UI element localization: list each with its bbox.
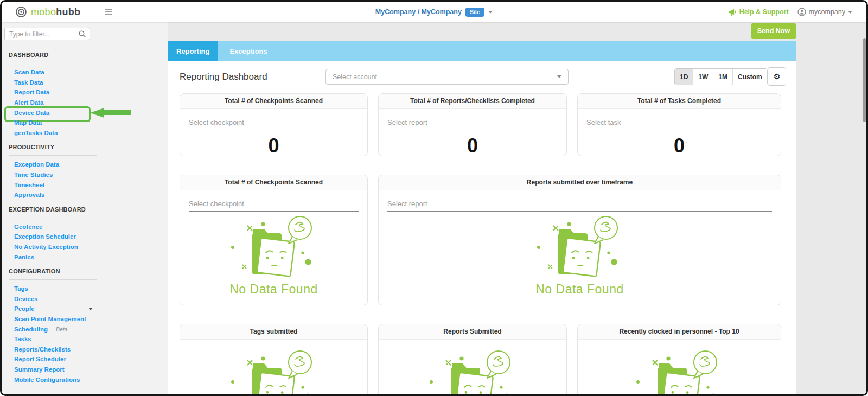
card-title: Total # of Checkpoints Scanned [180, 94, 367, 109]
report-select[interactable] [387, 199, 772, 212]
hamburger-menu-icon[interactable] [105, 9, 112, 15]
checkpoint-select[interactable] [189, 199, 359, 212]
sidebar-item-label: Scan Point Management [14, 316, 86, 322]
chevron-down-icon [488, 11, 493, 14]
checkpoint-select[interactable] [189, 117, 359, 130]
sidebar-item-tasks[interactable]: Tasks [2, 334, 168, 344]
no-data-folder-illustration [633, 348, 726, 394]
section-divider [9, 279, 97, 280]
beta-badge: Beta [56, 326, 68, 333]
sidebar-item-device-data[interactable]: Device Data [2, 107, 168, 118]
top-bar: mobohubb MyCompany / MyCompany Site Help… [2, 2, 866, 22]
sidebar-item-scan-data[interactable]: Scan Data [2, 67, 168, 78]
range-button-1d[interactable]: 1D [675, 69, 693, 85]
sidebar-item-task-data[interactable]: Task Data [2, 78, 168, 88]
chevron-down-icon[interactable] [88, 308, 93, 310]
sidebar-item-label: Summary Report [14, 366, 65, 373]
top-right-actions: Help & Support mycompany [729, 8, 866, 16]
sidebar-item-devices[interactable]: Devices [2, 294, 168, 304]
sidebar-item-map-data[interactable]: Map Data [2, 118, 168, 128]
main-area: Send Now Reporting Exceptions Reporting … [168, 22, 866, 394]
company-site-selector[interactable]: MyCompany / MyCompany Site [375, 8, 493, 17]
breadcrumb: MyCompany / MyCompany [375, 8, 462, 16]
tab-reporting[interactable]: Reporting [168, 41, 218, 61]
no-data-illustration [633, 348, 726, 394]
range-button-1m[interactable]: 1M [713, 69, 732, 85]
sidebar-item-timesheet[interactable]: Timesheet [2, 180, 168, 190]
sidebar-item-label: Task Data [14, 79, 43, 86]
card-title: Total # of Reports/Checklists Completed [379, 94, 566, 109]
sidebar-section-title: CONFIGURATION [2, 262, 168, 274]
sidebar-item-report-data[interactable]: Report Data [2, 87, 168, 98]
filter-input[interactable] [9, 30, 79, 38]
send-now-button[interactable]: Send Now [751, 23, 796, 39]
sidebar-item-exception-scheduler[interactable]: Exception Scheduler [2, 232, 168, 242]
sidebar-item-panics[interactable]: Panics [2, 252, 168, 262]
sidebar-item-no-activity-exception[interactable]: No Activity Exception [2, 242, 168, 252]
sidebar-item-mobile-configurations[interactable]: Mobile Configurations [2, 374, 168, 385]
sidebar-item-label: Mobile Configurations [14, 376, 80, 383]
account-name: mycompany [809, 8, 845, 16]
sidebar-item-geotasks-data[interactable]: geoTasks Data [2, 128, 168, 138]
mobohubb-logo[interactable]: mobohubb [2, 6, 80, 18]
range-button-1w[interactable]: 1W [693, 69, 713, 85]
mobohubb-logo-icon [15, 6, 27, 18]
search-icon [79, 30, 86, 37]
task-select[interactable] [586, 117, 772, 130]
no-data-folder-illustration [227, 348, 321, 394]
stat-value: 0 [180, 135, 367, 156]
chart-card-checkpoints: Total # of Checkpoints Scanned [180, 175, 368, 305]
sidebar-item-scheduling[interactable]: SchedulingBeta [2, 324, 168, 334]
scrollbar-thumb[interactable] [863, 38, 866, 122]
no-data-illustration [227, 214, 321, 282]
card-title: Tags submitted [180, 324, 367, 340]
account-select[interactable] [326, 69, 569, 85]
sidebar-item-label: Panics [14, 254, 34, 260]
tab-exceptions[interactable]: Exceptions [221, 41, 275, 61]
section-divider [9, 155, 97, 156]
settings-button[interactable]: ⚙ [768, 67, 786, 86]
scrollbar[interactable] [863, 22, 866, 394]
no-data-illustration [426, 348, 519, 394]
chevron-down-icon [557, 75, 561, 78]
tab-bar: Reporting Exceptions [168, 41, 796, 61]
arrow-tail [104, 110, 131, 115]
stat-value: 0 [379, 135, 566, 156]
sidebar-item-tags[interactable]: Tags [2, 284, 168, 294]
stat-card-tasks: Total # of Tasks Completed 0 [577, 93, 781, 156]
sidebar-item-people[interactable]: People [2, 304, 168, 314]
sidebar-item-label: Reports/Checklists [14, 346, 71, 353]
sidebar-item-approvals[interactable]: Approvals [2, 190, 168, 200]
account-menu[interactable]: mycompany [797, 8, 852, 16]
sidebar-item-scan-point-management[interactable]: Scan Point Management [2, 314, 168, 324]
help-support-link[interactable]: Help & Support [729, 8, 789, 16]
checkpoint-select-input[interactable] [189, 200, 359, 211]
report-select[interactable] [387, 117, 558, 130]
app-window: mobohubb MyCompany / MyCompany Site Help… [0, 0, 868, 396]
checkpoint-select-input[interactable] [189, 118, 359, 130]
reporting-panel: Reporting Dashboard 1D 1W 1M Custom ⚙ [168, 61, 796, 394]
sidebar-item-label: No Activity Exception [14, 244, 78, 250]
card-reports-submitted: Reports Submitted [378, 324, 567, 394]
sidebar-item-geofence[interactable]: Geofence [2, 222, 168, 232]
report-select-input[interactable] [387, 118, 558, 130]
sidebar-filter[interactable] [4, 28, 90, 40]
cards-area: Total # of Checkpoints Scanned 0 Total #… [168, 93, 796, 394]
account-select-input[interactable] [333, 73, 557, 81]
megaphone-icon [729, 9, 737, 16]
sidebar-item-reports-checklists[interactable]: Reports/Checklists [2, 344, 168, 354]
sidebar-item-label: Devices [14, 296, 37, 302]
card-title: Recently clocked in personnel - Top 10 [578, 324, 781, 340]
sidebar-item-time-studies[interactable]: Time Studies [2, 170, 168, 180]
range-button-custom[interactable]: Custom [732, 69, 767, 85]
sidebar-item-summary-report[interactable]: Summary Report [2, 365, 168, 375]
report-select-input[interactable] [387, 200, 772, 211]
no-data-folder-illustration [533, 214, 627, 280]
stat-card-reports: Total # of Reports/Checklists Completed … [378, 93, 567, 156]
sidebar-item-exception-data[interactable]: Exception Data [2, 159, 168, 170]
sidebar-item-label: Tasks [14, 336, 31, 342]
annotation-arrow-icon [90, 108, 131, 118]
task-select-input[interactable] [586, 118, 772, 130]
sidebar-section: PRODUCTIVITYException DataTime StudiesTi… [2, 138, 168, 200]
sidebar-item-report-scheduler[interactable]: Report Scheduler [2, 354, 168, 365]
